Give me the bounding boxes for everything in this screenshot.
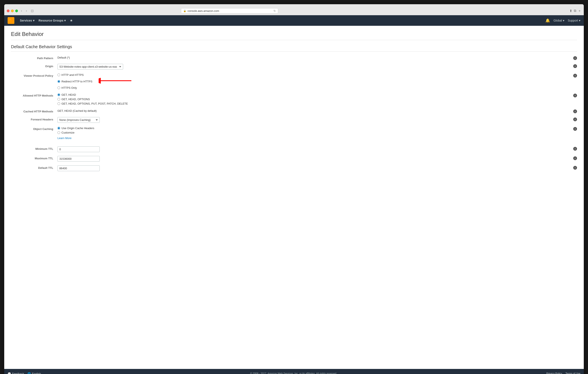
allowed-http-radio-1[interactable]	[57, 98, 60, 101]
share-button[interactable]: ⊡	[30, 9, 34, 13]
bookmark-nav-item[interactable]: ★	[68, 15, 75, 26]
default-ttl-value-container: i	[57, 165, 577, 171]
learn-more-link[interactable]: Learn More	[57, 137, 71, 140]
default-ttl-input[interactable]	[57, 165, 100, 171]
object-caching-radio-0[interactable]	[57, 127, 60, 129]
object-caching-radio-1[interactable]	[57, 131, 60, 134]
origin-select[interactable]: S3-Website-notes-app-client.s3-website-u…	[57, 64, 123, 70]
default-ttl-label: Default TTL	[11, 165, 57, 170]
object-caching-option-0-label: Use Origin Cache Headers	[62, 127, 94, 130]
cached-http-value-container: GET, HEAD (Cached by default) i	[57, 109, 577, 113]
viewer-protocol-option-1[interactable]: Redirect HTTP to HTTPS	[57, 78, 571, 85]
forward-headers-info-icon[interactable]: i	[573, 118, 577, 121]
allowed-http-option-1[interactable]: GET, HEAD, OPTIONS	[57, 98, 571, 101]
cached-http-value: GET, HEAD (Cached by default)	[57, 108, 97, 112]
viewer-protocol-radio-0[interactable]	[57, 74, 60, 76]
default-ttl-info-icon[interactable]: i	[573, 166, 577, 170]
services-chevron-icon: ▾	[33, 19, 34, 22]
notifications-button[interactable]: 🔔	[545, 18, 550, 23]
allowed-http-value-container: GET, HEAD GET, HEAD, OPTIONS GET, HEAD, …	[57, 93, 577, 105]
back-button[interactable]: ‹	[20, 9, 23, 13]
maximum-ttl-info-icon[interactable]: i	[573, 156, 577, 160]
viewer-protocol-option-0[interactable]: HTTP and HTTPS	[57, 73, 571, 76]
path-pattern-value: Default (*)	[57, 55, 70, 59]
object-caching-option-1[interactable]: Customize	[57, 131, 571, 134]
object-caching-info-icon[interactable]: i	[573, 127, 577, 131]
close-button[interactable]	[7, 10, 10, 12]
object-caching-option-0[interactable]: Use Origin Cache Headers	[57, 127, 571, 130]
viewer-protocol-option-1-label: Redirect HTTP to HTTPS	[62, 80, 92, 83]
viewer-protocol-option-0-label: HTTP and HTTPS	[62, 73, 84, 76]
maximum-ttl-input[interactable]	[57, 156, 100, 162]
aws-footer: 💬 Feedback 🌐 English © 2008 - 2017, Amaz…	[4, 369, 584, 374]
resource-groups-nav-item[interactable]: Resource Groups ▾	[37, 15, 68, 26]
origin-value-container: S3-Website-notes-app-client.s3-website-u…	[57, 64, 577, 70]
bell-icon: 🔔	[545, 18, 550, 23]
minimum-ttl-info-icon[interactable]: i	[573, 147, 577, 151]
aws-logo[interactable]: 🔶	[8, 17, 14, 24]
viewer-protocol-value-container: HTTP and HTTPS Redirect HTTP to HTTPS	[57, 73, 577, 89]
minimize-button[interactable]	[11, 10, 14, 12]
allowed-http-radio-2[interactable]	[57, 102, 60, 105]
footer-right: Privacy Policy Terms of Use	[546, 372, 580, 374]
services-label: Services	[20, 19, 32, 22]
resource-groups-label: Resource Groups	[39, 19, 63, 22]
allowed-http-option-0-label: GET, HEAD	[62, 93, 76, 96]
path-pattern-info-icon[interactable]: i	[573, 56, 577, 60]
allowed-http-option-0[interactable]: GET, HEAD	[57, 93, 571, 96]
forward-headers-value-container: None (Improves Caching) i	[57, 117, 577, 123]
path-pattern-label: Path Pattern	[11, 56, 57, 60]
maximum-ttl-value-container: i	[57, 156, 577, 162]
global-menu[interactable]: Global ▾	[553, 19, 564, 22]
globe-icon: 🌐	[27, 372, 31, 374]
viewer-protocol-radio-1[interactable]	[57, 80, 60, 83]
traffic-lights	[7, 10, 18, 12]
feedback-button[interactable]: 💬 Feedback	[8, 372, 24, 374]
minimum-ttl-label: Minimum TTL	[11, 146, 57, 150]
minimum-ttl-value-container: i	[57, 146, 577, 152]
share-action-button[interactable]: ⬆	[569, 9, 572, 13]
bookmark-icon: ★	[70, 19, 73, 22]
language-button[interactable]: 🌐 English	[27, 372, 41, 374]
forward-headers-row: Forward Headers None (Improves Caching) …	[11, 117, 577, 123]
refresh-icon[interactable]: ↻	[273, 9, 276, 12]
lock-icon: 🔒	[183, 10, 186, 12]
viewer-protocol-radio-2[interactable]	[57, 86, 60, 89]
resource-groups-chevron-icon: ▾	[64, 19, 66, 22]
allowed-http-radio-0[interactable]	[57, 93, 60, 96]
allowed-http-label: Allowed HTTP Methods	[11, 93, 57, 97]
global-chevron-icon: ▾	[563, 19, 564, 22]
allowed-http-row: Allowed HTTP Methods GET, HEAD GET,	[11, 93, 577, 105]
object-caching-option-1-label: Customize	[62, 131, 74, 134]
forward-button[interactable]: ›	[25, 9, 28, 13]
origin-info-icon[interactable]: i	[573, 64, 577, 68]
title-divider	[11, 40, 577, 40]
minimum-ttl-input[interactable]	[57, 146, 100, 152]
support-menu[interactable]: Support ▾	[568, 19, 580, 22]
minimum-ttl-row: Minimum TTL i	[11, 146, 577, 152]
cached-http-info-icon[interactable]: i	[573, 109, 577, 113]
support-label: Support	[568, 19, 578, 22]
forward-headers-select[interactable]: None (Improves Caching)	[57, 117, 100, 123]
viewer-protocol-row: Viewer Protocol Policy HTTP and HTTPS	[11, 73, 577, 89]
object-caching-row: Object Caching Use Origin Cache Headers	[11, 127, 577, 140]
viewer-protocol-radio-group: HTTP and HTTPS Redirect HTTP to HTTPS	[57, 73, 571, 89]
viewer-protocol-info-icon[interactable]: i	[573, 74, 577, 77]
terms-of-use-link[interactable]: Terms of Use	[565, 372, 580, 374]
privacy-policy-link[interactable]: Privacy Policy	[546, 372, 562, 374]
allowed-http-radio-group: GET, HEAD GET, HEAD, OPTIONS GET, HEAD, …	[57, 93, 571, 105]
address-bar[interactable]: 🔒 console.aws.amazon.com ↻	[181, 8, 278, 13]
default-ttl-row: Default TTL i	[11, 165, 577, 171]
new-tab-button[interactable]: ⧉	[574, 9, 576, 13]
allowed-http-option-2[interactable]: GET, HEAD, OPTIONS, PUT, POST, PATCH, DE…	[57, 102, 571, 105]
viewer-protocol-option-2[interactable]: HTTPS Only	[57, 86, 571, 89]
fullscreen-button[interactable]	[15, 10, 18, 12]
allowed-http-info-icon[interactable]: i	[573, 94, 577, 97]
origin-row: Origin S3-Website-notes-app-client.s3-we…	[11, 64, 577, 70]
main-content: Edit Behavior Default Cache Behavior Set…	[4, 26, 584, 369]
browser-chrome: ‹ › ⊡ 🔒 console.aws.amazon.com ↻ ⬆ ⧉ ＋	[4, 4, 584, 15]
page-title: Edit Behavior	[11, 31, 577, 37]
add-tab-button[interactable]: ＋	[578, 9, 581, 13]
path-pattern-value-container: Default (*) i	[57, 56, 577, 60]
services-nav-item[interactable]: Services ▾	[18, 15, 37, 26]
